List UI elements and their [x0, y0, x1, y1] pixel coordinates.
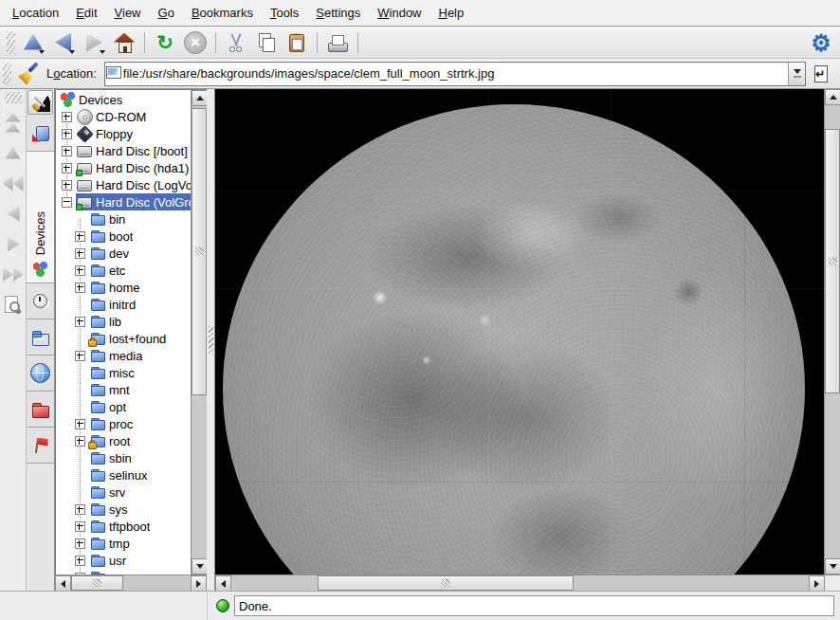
expander-minus-icon[interactable]	[62, 197, 72, 208]
viewer-scroll-down-button[interactable]	[825, 558, 840, 574]
tree-item-opt[interactable]: opt	[56, 398, 191, 415]
tree-item-var[interactable]: var	[56, 569, 191, 574]
tree-item-initrd[interactable]: initrd	[56, 296, 191, 313]
menu-settings[interactable]: Settings	[307, 0, 369, 26]
tree-item-hard-disc-hda1[interactable]: Hard Disc (hda1) [/	[56, 159, 191, 176]
tree-item-mnt[interactable]: mnt	[56, 381, 191, 398]
sidebar-tab-home-folder[interactable]	[27, 319, 54, 356]
tree-horizontal-scrollbar[interactable]	[55, 574, 207, 591]
expander-plus-icon[interactable]	[75, 283, 85, 293]
tree-scroll-left-button[interactable]	[55, 575, 71, 592]
location-toolbar-drag-handle[interactable]	[3, 63, 11, 85]
tree-item-root[interactable]: root	[56, 432, 191, 449]
menu-tools[interactable]: Tools	[262, 0, 307, 26]
viewer-scroll-right-button[interactable]	[809, 575, 825, 592]
tree-item-floppy[interactable]: Floppy	[56, 125, 191, 142]
tree-hscrollbar-track[interactable]	[71, 575, 191, 591]
tree-item-tftpboot[interactable]: tftpboot	[56, 518, 191, 535]
tree-item-etc[interactable]: etc	[56, 262, 191, 279]
sidebar-tab-bookmarks[interactable]	[27, 116, 54, 152]
splitter-grip[interactable]	[209, 326, 213, 355]
tree-scrollbar-track[interactable]	[192, 106, 207, 558]
tree-item-sys[interactable]: sys	[56, 501, 191, 518]
sidebar-tab-network[interactable]	[27, 356, 54, 392]
expander-plus-icon[interactable]	[75, 419, 85, 429]
expander-plus-icon[interactable]	[75, 573, 85, 575]
expander-plus-icon[interactable]	[62, 163, 72, 173]
go-button[interactable]	[808, 61, 834, 87]
expander-plus-icon[interactable]	[75, 504, 85, 515]
viewer-scroll-up-button[interactable]	[825, 89, 840, 105]
tree-item-lost-found[interactable]: lost+found	[56, 330, 191, 347]
viewer-vertical-scrollbar[interactable]	[824, 89, 840, 574]
expander-plus-icon[interactable]	[62, 112, 72, 122]
navstrip-drag-handle[interactable]	[5, 92, 22, 103]
menu-location[interactable]: Location	[4, 0, 67, 26]
paste-button[interactable]	[282, 28, 312, 57]
expander-plus-icon[interactable]	[75, 231, 85, 242]
tree-item-proc[interactable]: proc	[56, 415, 191, 432]
sidebar-tab-configure[interactable]	[27, 90, 53, 115]
location-input[interactable]	[121, 64, 788, 83]
tree-item-hard-disc-boot[interactable]: Hard Disc [/boot]	[56, 142, 191, 159]
expander-plus-icon[interactable]	[75, 317, 85, 327]
expander-plus-icon[interactable]	[75, 265, 85, 276]
expander-plus-icon[interactable]	[75, 556, 85, 566]
viewer-scroll-left-button[interactable]	[215, 575, 231, 592]
expander-plus-icon[interactable]	[75, 538, 85, 549]
viewer-hscrollbar-track[interactable]	[231, 575, 809, 591]
sidebar-tab-devices[interactable]: Devices	[27, 152, 54, 283]
tree-item-dev[interactable]: dev	[56, 245, 191, 262]
tree-item-srv[interactable]: srv	[56, 483, 191, 501]
tree-item-home[interactable]: home	[56, 279, 191, 296]
tree-item-hard-disc-volgrou[interactable]: Hard Disc (VolGrou	[56, 193, 191, 210]
expander-plus-icon[interactable]	[62, 129, 72, 139]
viewer-scrollbar-track[interactable]	[825, 105, 840, 558]
viewer-scrollbar-thumb[interactable]	[825, 129, 840, 393]
menu-edit[interactable]: Edit	[67, 0, 105, 26]
tree-item-bin[interactable]: bin	[56, 210, 191, 228]
menu-view[interactable]: View	[106, 0, 150, 26]
menu-go[interactable]: Go	[150, 0, 183, 26]
tree-item-devices[interactable]: Devices	[56, 91, 191, 108]
expander-plus-icon[interactable]	[75, 351, 85, 361]
menu-help[interactable]: Help	[430, 0, 473, 26]
viewer-hscrollbar-thumb[interactable]	[318, 575, 574, 591]
tree-scroll-down-button[interactable]	[192, 558, 208, 574]
tree-item-lib[interactable]: lib	[56, 313, 191, 330]
tree-item-media[interactable]: media	[56, 347, 191, 364]
copy-button[interactable]	[251, 28, 282, 57]
tree-item-sbin[interactable]: sbin	[56, 449, 191, 466]
tree-item-tmp[interactable]: tmp	[56, 535, 191, 552]
panel-splitter[interactable]	[207, 89, 214, 591]
location-combobox[interactable]	[104, 62, 806, 86]
expander-plus-icon[interactable]	[75, 248, 85, 259]
tree-item-misc[interactable]: misc	[56, 364, 191, 381]
sidebar-tab-history[interactable]	[27, 283, 54, 319]
menu-bookmarks[interactable]: Bookmarks	[183, 0, 262, 26]
tree-scroll-right-button[interactable]	[191, 575, 207, 592]
menu-window[interactable]: Window	[369, 0, 429, 26]
up-arrow-button[interactable]	[18, 28, 48, 57]
tree-item-selinux[interactable]: selinux	[56, 466, 191, 483]
home-button[interactable]	[109, 28, 139, 57]
tree-scrollbar-thumb[interactable]	[192, 108, 207, 395]
back-arrow-button[interactable]	[48, 28, 79, 57]
expander-plus-icon[interactable]	[62, 146, 72, 156]
sidebar-tab-services[interactable]	[27, 428, 54, 464]
tree-item-boot[interactable]: boot	[56, 228, 191, 245]
tree-hscrollbar-thumb[interactable]	[71, 575, 123, 591]
clear-location-button[interactable]	[16, 61, 43, 87]
tree-vertical-scrollbar[interactable]	[191, 90, 207, 574]
tree-item-hard-disc-logvol0[interactable]: Hard Disc (LogVol0	[56, 176, 191, 193]
expander-plus-icon[interactable]	[75, 521, 85, 532]
print-button[interactable]	[322, 28, 353, 57]
viewer-horizontal-scrollbar[interactable]	[215, 574, 825, 591]
tree-scroll-up-button[interactable]	[192, 90, 208, 106]
tree-item-cd-rom[interactable]: CD-ROM	[56, 108, 191, 125]
expander-plus-icon[interactable]	[75, 436, 85, 447]
location-dropdown-button[interactable]	[788, 63, 805, 85]
reload-button[interactable]	[150, 28, 180, 57]
toolbar-drag-handle[interactable]	[7, 31, 15, 54]
tree-item-usr[interactable]: usr	[56, 552, 191, 569]
